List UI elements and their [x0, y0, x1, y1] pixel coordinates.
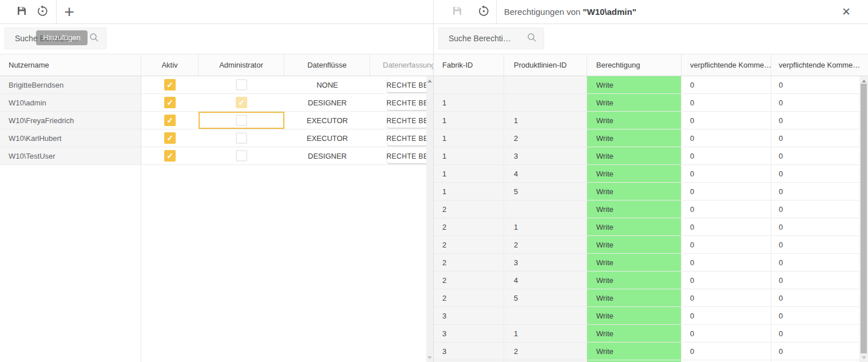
- kommentare-1-cell[interactable]: 0: [681, 254, 771, 271]
- search-icon[interactable]: [527, 33, 537, 45]
- kommentare-1-cell[interactable]: 0: [681, 94, 771, 111]
- produktlinien-id-cell[interactable]: 1: [504, 112, 587, 129]
- kommentare-1-cell[interactable]: 0: [681, 147, 771, 164]
- column-header-datenerfassung[interactable]: Datenerfassung: [370, 54, 433, 76]
- datenfluesse-cell[interactable]: EXECUTOR: [284, 129, 370, 147]
- column-header-nutzername[interactable]: Nutzername: [0, 54, 141, 76]
- fabrik-id-cell[interactable]: [434, 76, 504, 93]
- fabrik-id-cell[interactable]: 3: [434, 325, 504, 342]
- kommentare-2-cell[interactable]: 0: [771, 307, 860, 324]
- kommentare-2-cell[interactable]: 0: [771, 94, 860, 111]
- aktiv-cell[interactable]: [141, 76, 199, 93]
- berechtigung-cell[interactable]: Write: [587, 289, 681, 306]
- kommentare-1-cell[interactable]: 0: [681, 183, 771, 200]
- fabrik-id-cell[interactable]: 3: [434, 307, 504, 324]
- berechtigung-cell[interactable]: Write: [587, 218, 681, 235]
- add-user-button[interactable]: +: [61, 4, 77, 20]
- fabrik-id-cell[interactable]: 2: [434, 272, 504, 289]
- datenfluesse-cell[interactable]: EXECUTOR: [284, 112, 370, 129]
- produktlinien-id-cell[interactable]: 2: [504, 129, 587, 147]
- revert-button[interactable]: [36, 6, 49, 18]
- fabrik-id-cell[interactable]: 1: [434, 183, 504, 200]
- scrollbar-down-arrow[interactable]: [426, 354, 433, 361]
- produktlinien-id-cell[interactable]: 5: [504, 289, 587, 306]
- produktlinien-id-cell[interactable]: 2: [504, 343, 587, 360]
- produktlinien-id-cell[interactable]: [504, 200, 587, 218]
- column-header-berechtigung[interactable]: Berechtigung: [587, 54, 681, 76]
- nutzername-cell[interactable]: W10\KarlHubert: [0, 129, 141, 147]
- produktlinien-id-cell[interactable]: [504, 94, 587, 111]
- column-header-kommentare-2[interactable]: verpflichtende Komme…: [771, 54, 861, 76]
- administrator-cell[interactable]: [199, 129, 284, 147]
- produktlinien-id-cell[interactable]: [504, 307, 587, 324]
- fabrik-id-cell[interactable]: 2: [434, 236, 504, 253]
- nutzername-cell[interactable]: W10\TestUser: [0, 147, 141, 164]
- fabrik-id-cell[interactable]: 2: [434, 289, 504, 306]
- berechtigung-cell[interactable]: Write: [587, 307, 681, 324]
- kommentare-2-cell[interactable]: 0: [771, 76, 860, 93]
- administrator-cell[interactable]: [199, 112, 284, 129]
- scrollbar-down-arrow[interactable]: [859, 354, 868, 361]
- produktlinien-id-cell[interactable]: 4: [504, 165, 587, 182]
- permissions-vertical-scrollbar[interactable]: [859, 76, 868, 362]
- save-button-disabled[interactable]: [451, 6, 463, 18]
- datenfluesse-cell[interactable]: DESIGNER: [284, 94, 370, 111]
- kommentare-1-cell[interactable]: 0: [681, 129, 771, 147]
- revert-button[interactable]: [477, 6, 490, 18]
- kommentare-2-cell[interactable]: 0: [771, 272, 860, 289]
- fabrik-id-cell[interactable]: 1: [434, 165, 504, 182]
- kommentare-2-cell[interactable]: 0: [771, 236, 860, 253]
- aktiv-checkbox[interactable]: [164, 97, 176, 108]
- kommentare-1-cell[interactable]: 0: [681, 307, 771, 324]
- kommentare-2-cell[interactable]: 0: [771, 325, 860, 342]
- berechtigung-cell[interactable]: Write: [587, 165, 681, 182]
- kommentare-2-cell[interactable]: 0: [771, 129, 860, 147]
- kommentare-2-cell[interactable]: 0: [771, 147, 860, 164]
- aktiv-checkbox[interactable]: [164, 115, 176, 126]
- produktlinien-id-cell[interactable]: 1: [504, 218, 587, 235]
- aktiv-cell[interactable]: [141, 129, 199, 147]
- search-icon[interactable]: [89, 33, 99, 45]
- kommentare-2-cell[interactable]: 0: [771, 200, 860, 218]
- berechtigung-cell[interactable]: Write: [587, 147, 681, 164]
- berechtigung-cell[interactable]: Write: [587, 112, 681, 129]
- administrator-checkbox[interactable]: [236, 150, 247, 162]
- kommentare-1-cell[interactable]: 0: [681, 165, 771, 182]
- fabrik-id-cell[interactable]: 2: [434, 200, 504, 218]
- kommentare-2-cell[interactable]: 0: [771, 289, 860, 306]
- kommentare-1-cell[interactable]: 0: [681, 289, 771, 306]
- administrator-cell[interactable]: [199, 76, 284, 93]
- datenfluesse-cell[interactable]: DESIGNER: [284, 147, 370, 164]
- berechtigung-cell[interactable]: Write: [587, 343, 681, 360]
- kommentare-1-cell[interactable]: 0: [681, 112, 771, 129]
- aktiv-checkbox[interactable]: [164, 132, 176, 144]
- administrator-cell[interactable]: [199, 147, 284, 164]
- produktlinien-id-cell[interactable]: 5: [504, 183, 587, 200]
- kommentare-1-cell[interactable]: 0: [681, 200, 771, 218]
- fabrik-id-cell[interactable]: 1: [434, 94, 504, 111]
- berechtigung-cell[interactable]: Write: [587, 272, 681, 289]
- kommentare-2-cell[interactable]: 0: [771, 343, 860, 360]
- fabrik-id-cell[interactable]: 2: [434, 254, 504, 271]
- fabrik-id-cell[interactable]: 1: [434, 147, 504, 164]
- scrollbar-up-arrow[interactable]: [426, 77, 433, 84]
- kommentare-2-cell[interactable]: 0: [771, 218, 860, 235]
- berechtigung-cell[interactable]: Write: [587, 129, 681, 147]
- berechtigung-cell[interactable]: Write: [587, 236, 681, 253]
- administrator-checkbox[interactable]: [236, 132, 247, 144]
- kommentare-2-cell[interactable]: 0: [771, 112, 860, 129]
- berechtigung-cell[interactable]: Write: [587, 200, 681, 218]
- produktlinien-id-cell[interactable]: 1: [504, 325, 587, 342]
- save-button[interactable]: [16, 6, 27, 18]
- produktlinien-id-cell[interactable]: 3: [504, 254, 587, 271]
- fabrik-id-cell[interactable]: 3: [434, 343, 504, 360]
- column-header-aktiv[interactable]: Aktiv: [141, 54, 199, 76]
- kommentare-1-cell[interactable]: 0: [681, 272, 771, 289]
- administrator-checkbox[interactable]: [236, 97, 247, 108]
- produktlinien-id-cell[interactable]: [504, 76, 587, 93]
- users-vertical-scrollbar[interactable]: [426, 76, 433, 362]
- kommentare-1-cell[interactable]: 0: [681, 218, 771, 235]
- nutzername-cell[interactable]: W10\admin: [0, 94, 141, 111]
- produktlinien-id-cell[interactable]: 2: [504, 236, 587, 253]
- aktiv-cell[interactable]: [141, 112, 199, 129]
